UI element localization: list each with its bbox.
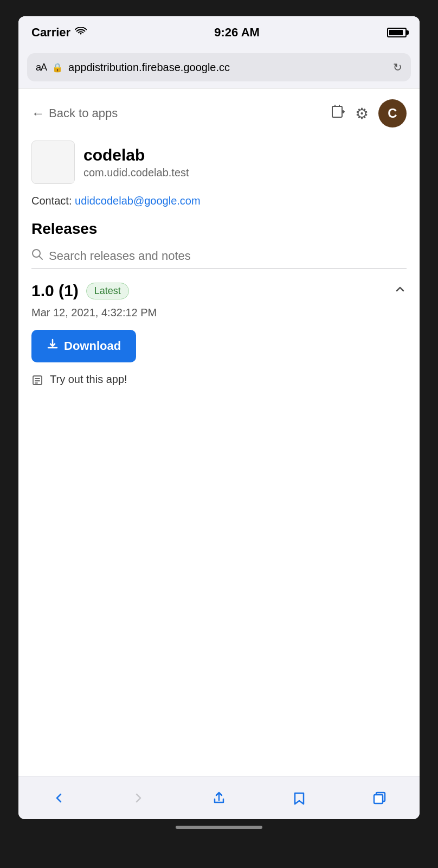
download-label: Download (64, 339, 121, 353)
release-version-row: 1.0 (1) Latest (31, 282, 129, 300)
search-container (31, 248, 407, 269)
search-input[interactable] (49, 249, 407, 263)
back-button[interactable]: ← Back to apps (31, 106, 118, 121)
release-date: Mar 12, 2021, 4:32:12 PM (31, 307, 407, 319)
url-bar-aa[interactable]: aA (36, 62, 47, 73)
wifi-icon (75, 27, 87, 39)
contact-email[interactable]: udidcodelab@google.com (75, 195, 201, 207)
url-bar-text: appdistribution.firebase.google.cc (68, 61, 388, 74)
app-bundle: com.udid.codelab.test (83, 167, 189, 179)
download-icon (47, 339, 59, 354)
screen: Carrier 9:26 AM aA (18, 16, 420, 819)
app-icon (31, 141, 75, 184)
notes-icon (31, 374, 43, 390)
release-version: 1.0 (1) (31, 282, 79, 300)
bookmarks-button[interactable] (283, 782, 315, 814)
settings-icon[interactable]: ⚙ (355, 105, 369, 123)
battery-fill (389, 30, 403, 35)
refresh-icon[interactable]: ↻ (393, 61, 402, 74)
forward-browser-button[interactable] (123, 782, 155, 814)
status-left: Carrier (31, 25, 87, 40)
share-button[interactable] (203, 782, 235, 814)
releases-section: Releases 1.0 (1) (18, 220, 420, 398)
status-time: 9:26 AM (214, 25, 260, 40)
svg-rect-4 (374, 795, 383, 803)
tabs-button[interactable] (363, 782, 396, 814)
release-header: 1.0 (1) Latest (31, 282, 407, 300)
search-icon (31, 248, 43, 264)
status-right (387, 28, 407, 37)
home-indicator[interactable] (176, 826, 262, 829)
svg-rect-0 (332, 106, 342, 117)
release-item: 1.0 (1) Latest Mar 12, 2021, 4:32:12 PM (31, 282, 407, 390)
releases-title: Releases (31, 220, 407, 238)
carrier-label: Carrier (31, 25, 70, 40)
release-notes: Try out this app! (31, 373, 407, 390)
url-bar[interactable]: aA 🔒 appdistribution.firebase.google.cc … (27, 53, 411, 81)
contact-label: Contact: (31, 195, 75, 207)
app-details: codelab com.udid.codelab.test (83, 146, 189, 179)
back-label: Back to apps (49, 106, 118, 120)
notes-text: Try out this app! (50, 373, 127, 386)
bottom-bar (18, 776, 420, 819)
phone-frame: Carrier 9:26 AM aA (0, 0, 438, 868)
back-browser-button[interactable] (42, 782, 75, 814)
avatar[interactable]: C (378, 99, 407, 127)
nav-right: ⚙ C (330, 99, 407, 127)
status-bar: Carrier 9:26 AM (18, 16, 420, 49)
chevron-up-icon[interactable] (394, 283, 407, 299)
battery-icon (387, 28, 407, 37)
latest-badge: Latest (86, 283, 129, 299)
lock-icon: 🔒 (52, 62, 63, 73)
main-content: ← Back to apps ⚙ C (18, 88, 420, 776)
back-arrow-icon: ← (31, 106, 44, 121)
app-name: codelab (83, 146, 189, 164)
top-nav: ← Back to apps ⚙ C (18, 88, 420, 136)
install-icon[interactable] (330, 104, 345, 123)
app-info: codelab com.udid.codelab.test (18, 136, 420, 193)
contact-section: Contact: udidcodelab@google.com (18, 193, 420, 220)
url-bar-container: aA 🔒 appdistribution.firebase.google.cc … (18, 49, 420, 88)
download-button[interactable]: Download (31, 330, 136, 362)
